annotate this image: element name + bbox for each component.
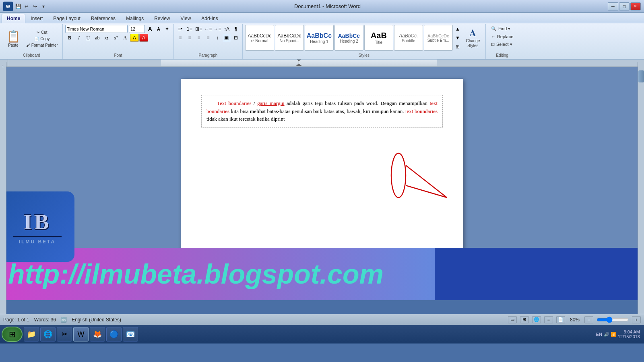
tab-references[interactable]: References bbox=[86, 14, 121, 23]
underline-btn[interactable]: U bbox=[84, 34, 93, 42]
align-left-btn[interactable]: ≡ bbox=[176, 34, 184, 42]
increase-indent-btn[interactable]: →≡ bbox=[213, 25, 221, 33]
paste-label: Paste bbox=[8, 43, 19, 47]
tab-insert[interactable]: Insert bbox=[25, 14, 48, 23]
superscript-btn[interactable]: x² bbox=[111, 34, 120, 42]
border-btn[interactable]: ⊟ bbox=[232, 34, 240, 42]
paste-button[interactable]: 📋 Paste bbox=[3, 27, 23, 51]
find-icon: 🔍 bbox=[491, 26, 497, 31]
font-color-btn[interactable]: A bbox=[139, 34, 148, 42]
tab-view[interactable]: View bbox=[175, 14, 196, 23]
spell-check-icon: 🔤 bbox=[61, 317, 67, 323]
select-button[interactable]: ⊡ Select ▾ bbox=[488, 41, 516, 48]
maximize-btn[interactable]: □ bbox=[619, 2, 630, 10]
font-shrink-btn[interactable]: A bbox=[155, 25, 163, 33]
zoom-slider[interactable] bbox=[597, 317, 629, 323]
taskbar-ie-btn[interactable]: 🌐 bbox=[40, 327, 56, 341]
tab-mailings[interactable]: Mailings bbox=[121, 14, 149, 23]
change-styles-label: Change Styles bbox=[463, 39, 483, 48]
find-button[interactable]: 🔍 Find ▾ bbox=[488, 25, 516, 33]
zoom-out-btn[interactable]: − bbox=[584, 316, 593, 323]
replace-label: Replace bbox=[497, 34, 513, 39]
taskbar-word-btn[interactable]: W bbox=[73, 327, 89, 341]
multilevel-btn[interactable]: ⊞≡ bbox=[195, 25, 203, 33]
sort-btn[interactable]: ↕A bbox=[223, 25, 231, 33]
style-no-spacing[interactable]: AaBbCcDc No Spaci... bbox=[275, 25, 304, 51]
taskbar-firefox-btn[interactable]: 🦊 bbox=[90, 327, 105, 341]
style-subtitle[interactable]: AaBbCc. Subtitle bbox=[394, 25, 423, 51]
ib-name: ILMU BETA bbox=[19, 239, 56, 245]
show-marks-btn[interactable]: ¶ bbox=[232, 25, 240, 33]
style-heading2[interactable]: AaBbCc Heading 2 bbox=[334, 25, 363, 51]
clipboard-label: Clipboard bbox=[1, 53, 62, 58]
minimize-btn[interactable]: ─ bbox=[608, 2, 618, 10]
tab-home[interactable]: Home bbox=[2, 14, 25, 23]
close-btn[interactable]: ✕ bbox=[630, 2, 641, 10]
cut-button[interactable]: ✂ Cut bbox=[24, 29, 60, 35]
editing-group: 🔍 Find ▾ ↔ Replace ⊡ Select ▾ Editing bbox=[486, 24, 518, 59]
font-grow-btn[interactable]: A bbox=[146, 25, 154, 33]
tab-page-layout[interactable]: Page Layout bbox=[48, 14, 85, 23]
copy-button[interactable]: 📄 Copy bbox=[24, 36, 60, 42]
language-status: English (United States) bbox=[72, 317, 121, 323]
font-size-input[interactable] bbox=[129, 25, 145, 33]
svg-point-4 bbox=[391, 153, 406, 197]
bullets-btn[interactable]: ≡• bbox=[176, 25, 184, 33]
shading-btn[interactable]: ▣ bbox=[223, 34, 231, 42]
line-spacing-btn[interactable]: ↕ bbox=[213, 34, 221, 42]
ruler bbox=[0, 60, 644, 67]
print-layout-btn[interactable]: ▭ bbox=[508, 316, 517, 323]
align-right-btn[interactable]: ≡ bbox=[195, 34, 203, 42]
align-center-btn[interactable]: ≡ bbox=[186, 34, 194, 42]
font-name-input[interactable] bbox=[65, 25, 128, 33]
replace-button[interactable]: ↔ Replace bbox=[488, 33, 516, 40]
styles-group: AaBbCcDc ↵ Normal AaBbCcDc No Spaci... A… bbox=[243, 24, 486, 59]
document-text[interactable]: Text boundaries / garis margin adalah ga… bbox=[206, 99, 438, 123]
gallery-scroll-down[interactable]: ▼ bbox=[454, 34, 462, 42]
svg-line-6 bbox=[406, 185, 447, 197]
highlight-color-btn[interactable]: A bbox=[130, 34, 139, 42]
justify-btn[interactable]: ≡ bbox=[204, 34, 212, 42]
taskbar-scissors-btn[interactable]: ✂ bbox=[57, 327, 72, 341]
format-painter-button[interactable]: 🖌 Format Painter bbox=[24, 42, 60, 48]
change-styles-button[interactable]: 𝐀 Change Styles bbox=[463, 25, 483, 51]
numbering-btn[interactable]: 1≡ bbox=[186, 25, 194, 33]
paragraph-label: Paragraph bbox=[174, 53, 242, 58]
decrease-indent-btn[interactable]: ←≡ bbox=[204, 25, 212, 33]
style-subtle-emphasis[interactable]: AaBbCcDc Subtle Em... bbox=[424, 25, 453, 51]
tab-addins[interactable]: Add-Ins bbox=[196, 14, 223, 23]
italic-btn[interactable]: I bbox=[74, 34, 83, 42]
right-scrollbar[interactable] bbox=[638, 62, 644, 314]
gallery-more[interactable]: ⊞ bbox=[454, 43, 462, 51]
full-screen-btn[interactable]: ⊞ bbox=[520, 316, 529, 323]
paste-icon: 📋 bbox=[6, 30, 21, 43]
svg-marker-3 bbox=[296, 60, 302, 61]
scrollbar-thumb[interactable] bbox=[638, 70, 644, 82]
taskbar-explorer-btn[interactable]: 📁 bbox=[24, 327, 39, 341]
draft-btn[interactable]: 📄 bbox=[556, 316, 565, 323]
word-icon: W bbox=[3, 2, 13, 11]
subscript-btn[interactable]: x₂ bbox=[102, 34, 111, 42]
outline-btn[interactable]: ≡ bbox=[544, 316, 553, 323]
page-status: Page: 1 of 1 bbox=[3, 317, 29, 323]
undo-quick-btn[interactable]: ↩ bbox=[23, 3, 30, 10]
customize-quick-btn[interactable]: ▾ bbox=[40, 3, 47, 10]
tab-review[interactable]: Review bbox=[149, 14, 175, 23]
bold-btn[interactable]: B bbox=[65, 34, 74, 42]
svg-line-5 bbox=[406, 165, 447, 197]
clear-format-btn[interactable]: ✦ bbox=[163, 25, 171, 33]
zoom-in-btn[interactable]: + bbox=[632, 316, 641, 323]
web-layout-btn[interactable]: 🌐 bbox=[532, 316, 541, 323]
style-title[interactable]: AaB Title bbox=[364, 25, 393, 51]
save-quick-btn[interactable]: 💾 bbox=[14, 3, 22, 10]
strikethrough-btn[interactable]: ab bbox=[93, 34, 102, 42]
taskbar-chrome-btn[interactable]: 🔵 bbox=[106, 327, 122, 341]
taskbar-app-btn[interactable]: 📧 bbox=[123, 327, 138, 341]
text-effect-btn[interactable]: A bbox=[121, 34, 130, 42]
text-boundaries-red: Text boundaries bbox=[217, 100, 251, 106]
style-heading1[interactable]: AaBbCc Heading 1 bbox=[305, 25, 334, 51]
style-normal[interactable]: AaBbCcDc ↵ Normal bbox=[245, 25, 274, 51]
gallery-scroll-up[interactable]: ▲ bbox=[454, 25, 462, 33]
redo-quick-btn[interactable]: ↪ bbox=[31, 3, 39, 10]
start-button[interactable]: ⊞ bbox=[2, 327, 23, 342]
